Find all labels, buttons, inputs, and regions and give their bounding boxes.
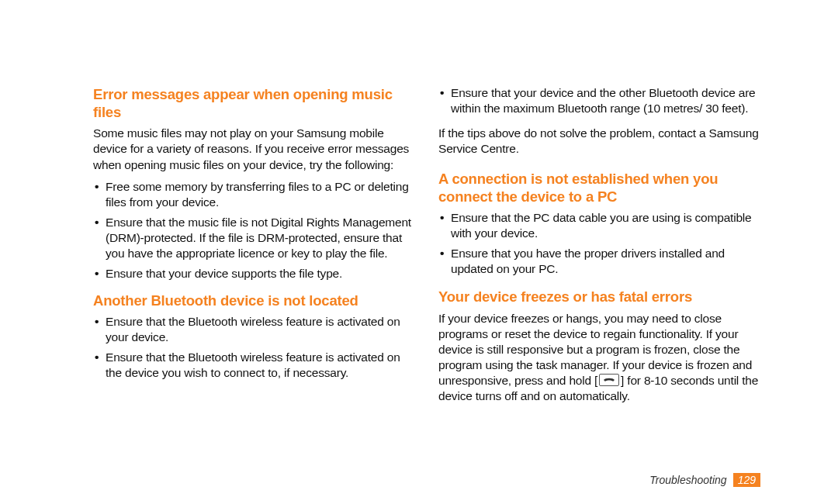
list-pc-connection-tips: Ensure that the PC data cable you are us… <box>438 210 760 278</box>
heading-pc-connection: A connection is not established when you… <box>438 170 760 205</box>
heading-device-freezes: Your device freezes or has fatal errors <box>438 288 760 306</box>
two-column-layout: Error messages appear when opening music… <box>93 85 760 410</box>
heading-bluetooth-not-located: Another Bluetooth device is not located <box>93 292 415 309</box>
paragraph-device-freezes: If your device freezes or hangs, you may… <box>438 311 760 405</box>
list-item: Ensure that the Bluetooth wireless featu… <box>93 350 415 381</box>
list-item: Ensure that your device supports the fil… <box>93 266 415 281</box>
list-item: Ensure that the Bluetooth wireless featu… <box>93 314 415 345</box>
list-item: Ensure that the PC data cable you are us… <box>438 210 760 241</box>
list-bluetooth-range: Ensure that your device and the other Bl… <box>438 85 760 116</box>
page-footer: Troubleshooting 129 <box>649 473 760 487</box>
list-bluetooth-tips: Ensure that the Bluetooth wireless featu… <box>93 314 415 381</box>
paragraph-music-error-intro: Some music files may not play on your Sa… <box>93 126 415 172</box>
list-item: Ensure that the music file is not Digita… <box>93 215 415 261</box>
list-item: Ensure that your device and the other Bl… <box>438 85 760 116</box>
footer-page-number: 129 <box>733 473 760 487</box>
footer-section-name: Troubleshooting <box>649 474 726 486</box>
manual-page: Error messages appear when opening music… <box>0 0 838 504</box>
right-column: Ensure that your device and the other Bl… <box>438 85 760 410</box>
list-music-error-tips: Free some memory by transferring files t… <box>93 179 415 282</box>
heading-music-error: Error messages appear when opening music… <box>93 85 415 121</box>
list-item: Free some memory by transferring files t… <box>93 179 415 210</box>
left-column: Error messages appear when opening music… <box>93 85 415 410</box>
list-item: Ensure that you have the proper drivers … <box>438 246 760 277</box>
paragraph-contact-service: If the tips above do not solve the probl… <box>438 126 760 157</box>
end-call-key-icon <box>599 374 619 386</box>
